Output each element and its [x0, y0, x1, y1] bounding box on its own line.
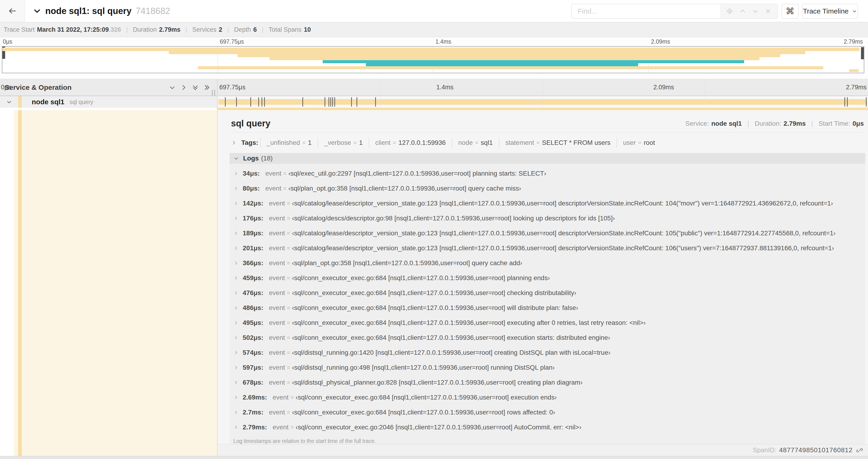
- minimap-span-bar: [169, 51, 805, 54]
- tag-value: 1: [308, 139, 312, 146]
- locate-icon[interactable]: [726, 7, 733, 15]
- view-selector-button[interactable]: Trace Timeline: [802, 4, 858, 19]
- chevron-down-icon[interactable]: [33, 7, 41, 15]
- tag-key: _unfinished: [267, 139, 300, 146]
- log-row[interactable]: 597μs:event=‹sql/distsql_running.go:498 …: [229, 360, 865, 375]
- span-detail-operation: sql query: [231, 119, 271, 129]
- log-timestamp: 2.7ms:: [243, 408, 264, 416]
- log-row[interactable]: 495μs:event=‹sql/conn_executor_exec.go:6…: [229, 315, 865, 330]
- log-timestamp: 459μs:: [243, 274, 264, 282]
- chevron-right-icon: [233, 186, 239, 191]
- log-row[interactable]: 502μs:event=‹sql/conn_executor_exec.go:6…: [229, 330, 865, 345]
- span-detail-footer: SpanID: 4877749850101760812: [217, 444, 868, 456]
- gridline: [217, 96, 218, 108]
- log-row[interactable]: 189μs:event=‹sql/catalog/lease/descripto…: [229, 226, 865, 241]
- tag-list: _unfinished=1_verbose=1client=127.0.0.1:…: [260, 138, 661, 148]
- top-bar: node sql1: sql query 7418682 ⌘: [0, 0, 868, 22]
- tag-value: 1: [359, 139, 363, 146]
- tick-label: 2.79ms: [844, 38, 863, 45]
- next-match-icon[interactable]: [752, 8, 759, 15]
- log-timestamp: 476μs:: [243, 289, 264, 297]
- tags-row[interactable]: Tags: _unfinished=1_verbose=1client=127.…: [231, 136, 864, 149]
- log-field-value: ‹sql/catalog/descs/descriptor.go:98 [nsq…: [292, 215, 615, 222]
- detail-row-left-column: [14, 110, 217, 459]
- span-row[interactable]: node sql1 sql query: [0, 96, 868, 108]
- trace-start-label: Trace Start: [4, 26, 35, 33]
- log-timestamp: 495μs:: [243, 319, 264, 327]
- log-row[interactable]: 486μs:event=‹sql/conn_executor_exec.go:6…: [229, 300, 865, 315]
- duration-value: 2.79ms: [783, 120, 806, 127]
- tick-label: 2.79ms: [846, 84, 867, 91]
- log-field-key: event: [269, 244, 285, 252]
- log-row[interactable]: 459μs:event=‹sql/conn_executor_exec.go:6…: [229, 270, 865, 286]
- minimap-span-bar: [2, 47, 860, 51]
- minimap-span-bar: [366, 63, 638, 66]
- span-operation-name: sql query: [69, 99, 93, 105]
- spanid-label: SpanID:: [753, 447, 776, 454]
- log-field-value: ‹sql/catalog/lease/descriptor_version_st…: [292, 200, 833, 207]
- column-resize-grip[interactable]: [212, 90, 215, 96]
- log-row[interactable]: 201μs:event=‹sql/catalog/lease/descripto…: [229, 241, 865, 256]
- equals-sign: =: [353, 139, 357, 146]
- collapse-one-icon[interactable]: [168, 84, 176, 91]
- log-row[interactable]: 176μs:event=‹sql/catalog/descs/descripto…: [229, 211, 865, 226]
- tag-item[interactable]: statement=SELECT * FROM users: [499, 138, 617, 148]
- log-row[interactable]: 2.69ms:event=‹sql/conn_executor_exec.go:…: [229, 390, 865, 405]
- equals-sign: =: [287, 379, 290, 386]
- prev-match-icon[interactable]: [739, 8, 746, 15]
- log-row[interactable]: 80μs:event=‹sql/plan_opt.go:358 [nsql1,c…: [229, 181, 865, 196]
- log-row[interactable]: 574μs:event=‹sql/distsql_running.go:1420…: [229, 345, 865, 360]
- tag-item[interactable]: user=root: [617, 138, 661, 148]
- depth-value: 6: [253, 26, 257, 33]
- minimap-canvas[interactable]: [2, 46, 864, 73]
- tag-item[interactable]: _verbose=1: [317, 138, 369, 148]
- chevron-right-icon: [233, 171, 239, 176]
- horizontal-scrollbar[interactable]: [0, 456, 868, 459]
- log-row[interactable]: 34μs:event=‹sql/exec_util.go:2297 [nsql1…: [229, 166, 865, 181]
- log-timestamp: 366μs:: [243, 259, 264, 267]
- log-marker: [334, 97, 335, 107]
- log-marker: [225, 97, 226, 107]
- tag-item[interactable]: _unfinished=1: [260, 138, 318, 148]
- back-button[interactable]: [0, 0, 25, 22]
- log-row[interactable]: 2.7ms:event=‹sql/conn_executor_exec.go:6…: [229, 405, 865, 420]
- log-field-key: event: [269, 215, 285, 222]
- tag-item[interactable]: client=127.0.0.1:59936: [369, 138, 452, 148]
- divider: |: [186, 26, 187, 33]
- logs-header[interactable]: Logs (18): [229, 153, 865, 164]
- clear-search-icon[interactable]: [765, 8, 772, 15]
- expand-one-icon[interactable]: [180, 84, 187, 91]
- viewport-right-handle[interactable]: [861, 47, 864, 59]
- minimap-span-bar: [270, 57, 760, 60]
- collapse-all-icon[interactable]: [192, 84, 199, 91]
- chevron-down-icon: [852, 9, 857, 14]
- expand-all-icon[interactable]: [203, 84, 211, 91]
- chevron-right-icon: [233, 335, 239, 340]
- equals-sign: =: [475, 139, 478, 146]
- chevron-down-icon[interactable]: [6, 99, 12, 105]
- log-timestamp: 2.69ms:: [243, 394, 267, 401]
- log-field-key: event: [269, 319, 285, 327]
- link-icon[interactable]: [856, 447, 863, 454]
- log-row[interactable]: 142μs:event=‹sql/catalog/lease/descripto…: [229, 196, 865, 211]
- divider: |: [747, 120, 749, 127]
- log-row[interactable]: 678μs:event=‹sql/distsql_physical_planne…: [229, 375, 865, 390]
- span-row-name-column[interactable]: node sql1 sql query: [0, 96, 217, 108]
- log-row[interactable]: 2.79ms:event=‹sql/conn_executor_exec.go:…: [229, 420, 865, 435]
- tag-item[interactable]: node=sql1: [452, 138, 499, 148]
- keyboard-shortcuts-button[interactable]: ⌘: [782, 4, 799, 19]
- log-marker: [356, 97, 357, 107]
- minimap-span-bar: [198, 66, 823, 69]
- log-field-key: event: [269, 408, 285, 416]
- tag-key: user: [623, 139, 636, 146]
- log-row[interactable]: 476μs:event=‹sql/conn_executor_exec.go:6…: [229, 286, 865, 300]
- log-marker: [324, 97, 325, 107]
- log-field-key: event: [269, 230, 285, 237]
- tag-value: 127.0.0.1:59936: [399, 139, 446, 146]
- span-row-timeline[interactable]: [217, 96, 868, 108]
- tag-value: root: [644, 139, 655, 146]
- log-row[interactable]: 366μs:event=‹sql/plan_opt.go:358 [nsql1,…: [229, 256, 865, 270]
- find-input[interactable]: [572, 4, 720, 18]
- log-field-key: event: [269, 349, 285, 356]
- log-field-key: event: [269, 334, 285, 341]
